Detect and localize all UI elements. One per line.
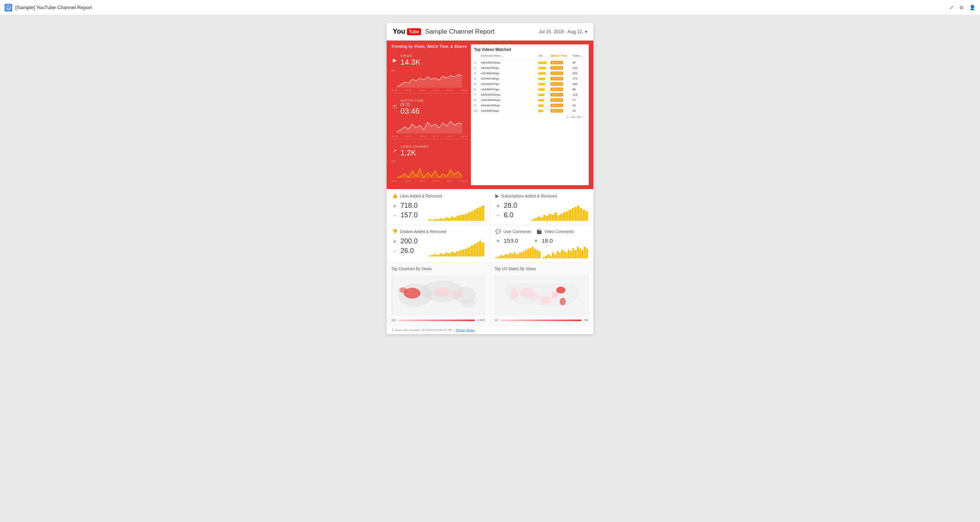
- subscriptions-panel: ▶ Subscriptions Added & Removed + 28.0 −…: [490, 189, 593, 225]
- bar-item: [554, 212, 557, 221]
- subscriptions-icon: ▶: [495, 193, 499, 199]
- bar-item: [454, 217, 456, 221]
- bar-item: [586, 248, 588, 258]
- top-video-row: 6. uZA48XlShpc 00:05:25 90: [474, 87, 586, 92]
- countries-map: [391, 274, 485, 316]
- dislikes-added-row: + 200.0: [392, 237, 425, 245]
- bar-item: [579, 248, 581, 258]
- bar-item: [568, 250, 570, 259]
- user-comments-value: 153.0: [504, 237, 529, 244]
- bar-item: [448, 218, 450, 221]
- countries-map-title: Top Countries By Views: [391, 267, 485, 271]
- bar-item: [509, 253, 511, 258]
- bar-item: [586, 211, 588, 221]
- bar-item: [502, 256, 504, 258]
- top-videos-header: External Video ... Vie... Watch Time Vid…: [474, 54, 586, 59]
- bar-item: [439, 218, 442, 221]
- views-info: Views 14.3K: [400, 54, 420, 66]
- date-range-text: Jul 16, 2018 - Aug 12,: [539, 29, 583, 34]
- comments-header: 💬 User Comments 🎬 Video Comments: [495, 229, 588, 234]
- bar-item: [465, 249, 467, 256]
- bar-item: [498, 256, 500, 258]
- dislikes-remove-sign: −: [392, 248, 397, 254]
- bar-item: [561, 250, 563, 259]
- report-footer: ℹ Data Last Updated: 8/13/2018 9:55:32 P…: [387, 326, 593, 334]
- bar-item: [532, 247, 534, 258]
- bar-item: [445, 217, 448, 221]
- watch-time-sub: 08:30: [400, 103, 410, 107]
- bar-item: [451, 252, 453, 256]
- top-videos-panel: Top Videos Watched External Video ... Vi…: [471, 44, 589, 185]
- states-map-title: Top US States By Views: [495, 267, 589, 271]
- dislikes-add-sign: +: [392, 238, 397, 245]
- video-comments-value: 18.0: [542, 237, 567, 244]
- subscriptions-header: ▶ Subscriptions Added & Removed: [495, 193, 588, 199]
- bar-item: [468, 247, 470, 256]
- likes-icon: 👍: [392, 193, 398, 199]
- footer-text: Data Last Updated: 8/13/2018 9:55:32 PM: [395, 328, 452, 332]
- bar-item: [529, 248, 531, 258]
- next-icon[interactable]: ›: [585, 115, 586, 119]
- copy-icon[interactable]: ⧉: [960, 5, 963, 11]
- watch-time-metric: ⏱ Watch Time 08:30 03:46: [391, 96, 468, 139]
- user-icon[interactable]: 👤: [969, 5, 975, 11]
- top-videos-rows: 1. uWS48XlShpc 00:01:51 95 2. u9S48XlShp…: [474, 60, 586, 114]
- subscriptions-title: Subscriptions Added & Removed: [501, 194, 557, 198]
- views-metric: ▶ Views 14.3K 1K Jul 16Jul 21: [391, 52, 468, 93]
- logo-you: You: [393, 28, 405, 36]
- bar-item: [459, 250, 462, 256]
- privacy-policy-link[interactable]: Privacy Policy: [456, 328, 475, 332]
- views-value: 14.3K: [400, 58, 420, 66]
- likes-added-row: + 718.0: [392, 202, 425, 210]
- bar-item: [549, 214, 551, 221]
- top-video-row: 7. uWS48XlShpc 00:01:47 116: [474, 92, 586, 98]
- dislikes-title: Dislikes Added & Removed: [400, 230, 446, 234]
- bar-item: [514, 252, 516, 258]
- footer-icon: ℹ: [392, 328, 393, 332]
- bar-item: [563, 212, 565, 221]
- prev-icon[interactable]: ‹: [582, 115, 583, 119]
- bar-item: [437, 255, 439, 256]
- bar-item: [534, 218, 537, 221]
- states-legend-bar: [500, 320, 581, 321]
- date-range[interactable]: Jul 16, 2018 - Aug 12, ▾: [539, 29, 587, 34]
- bar-item: [518, 253, 520, 258]
- bar-item: [482, 243, 484, 256]
- app-logo: G: [5, 4, 12, 11]
- subscriptions-chart: [532, 206, 588, 221]
- trending-section: Trending by Views, Watch Time, & Shares …: [387, 41, 593, 189]
- bar-item: [543, 257, 545, 258]
- dislikes-added: 200.0: [400, 237, 425, 245]
- states-max: 781: [584, 318, 589, 322]
- bar-item: [536, 250, 538, 258]
- trending-subtitle: by Views, Watch Time, & Shares: [408, 44, 467, 49]
- bar-item: [580, 208, 582, 221]
- trending-label: Trending by Views, Watch Time, & Shares: [391, 44, 468, 49]
- bar-item: [479, 241, 481, 256]
- bar-item: [462, 250, 464, 256]
- dropdown-icon[interactable]: ▾: [585, 29, 587, 34]
- video-comments-chart: [543, 247, 588, 258]
- subs-remove-sign: −: [495, 212, 501, 219]
- countries-legend-bar: [399, 320, 475, 321]
- bar-item: [581, 250, 583, 259]
- bar-item: [546, 216, 548, 221]
- dislikes-chart: [428, 241, 484, 256]
- expand-icon[interactable]: ⤢: [949, 5, 954, 11]
- likes-title: Likes Added & Removed: [400, 194, 442, 198]
- likes-added: 718.0: [400, 202, 425, 210]
- svg-point-9: [462, 298, 476, 307]
- bar-item: [577, 206, 580, 221]
- app-title: [Sample] YouTube Channel Report: [15, 5, 92, 10]
- svg-point-16: [551, 292, 559, 298]
- states-map: [495, 274, 589, 316]
- pagination: 1 - 10 / 10 ‹ ›: [474, 115, 586, 119]
- bar-item: [500, 255, 502, 258]
- bar-item: [470, 211, 473, 221]
- bar-item: [525, 250, 527, 258]
- bar-item: [448, 253, 450, 256]
- maps-grid: Top Countries By Views: [387, 263, 593, 326]
- bar-item: [568, 210, 571, 221]
- svg-point-19: [560, 298, 566, 305]
- likes-removed-row: − 157.0: [392, 211, 425, 219]
